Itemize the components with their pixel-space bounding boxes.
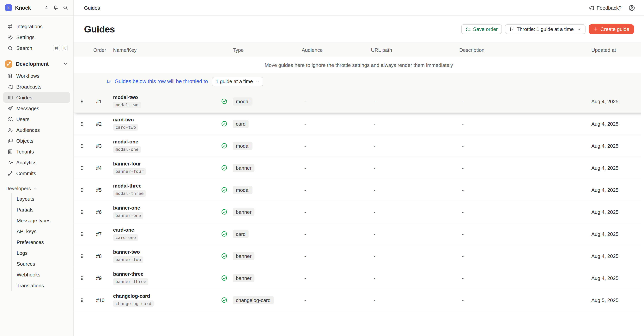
- sidebar-item-message-types[interactable]: Message types: [12, 215, 73, 226]
- drag-handle-icon[interactable]: [74, 143, 90, 149]
- throttle-amount-select[interactable]: 1 guide at a time: [212, 77, 263, 86]
- guide-row[interactable]: #5 modal-three modal-three modal - - - A…: [74, 179, 644, 201]
- guide-key-badge: banner-three: [113, 278, 148, 285]
- guide-audience: -: [302, 187, 371, 193]
- workspace-unfold-icon[interactable]: [44, 5, 49, 10]
- sidebar-item-label: Guides: [16, 95, 32, 100]
- guide-updated-at: Aug 4, 2025: [591, 275, 644, 281]
- status-check-icon: [220, 231, 233, 237]
- kbd-k: K: [62, 45, 68, 51]
- drag-handle-icon[interactable]: [74, 253, 90, 259]
- sidebar-item-integrations[interactable]: Integrations: [0, 21, 73, 32]
- sidebar-item-preferences[interactable]: Preferences: [12, 237, 73, 247]
- developers-section-toggle[interactable]: Developers: [0, 183, 73, 193]
- sidebar-item-objects[interactable]: Objects: [0, 135, 73, 146]
- drag-handle-icon[interactable]: [74, 297, 90, 303]
- drag-handle-icon[interactable]: [74, 209, 90, 215]
- drag-handle-icon[interactable]: [74, 98, 90, 104]
- sidebar-item-label: Webhooks: [17, 272, 40, 277]
- sidebar-item-workflows[interactable]: Workflows: [0, 70, 73, 81]
- sidebar-item-guides[interactable]: Guides: [0, 92, 73, 103]
- sidebar-item-settings[interactable]: Settings: [0, 32, 73, 42]
- workspace-switcher[interactable]: k Knock: [0, 0, 73, 16]
- guide-type-badge: modal: [233, 142, 253, 150]
- guide-audience: -: [302, 231, 371, 237]
- guide-row[interactable]: #4 banner-four banner-four banner - - - …: [74, 157, 644, 179]
- sidebar-item-label: Tenants: [16, 149, 34, 155]
- sidebar-item-api-keys[interactable]: API keys: [12, 226, 73, 237]
- sidebar-item-webhooks[interactable]: Webhooks: [12, 269, 73, 280]
- guide-row[interactable]: #3 modal-one modal-one modal - - - Aug 4…: [74, 135, 644, 157]
- guide-url-path: -: [371, 143, 459, 149]
- sidebar-item-messages[interactable]: Messages: [0, 103, 73, 114]
- guides-table: Order Name/Key Type Audience URL path De…: [74, 42, 644, 311]
- guides-rows: #1 modal-two modal-two modal - - - Aug 4…: [74, 90, 644, 311]
- guide-audience: -: [302, 275, 371, 281]
- sidebar-item-label: Message types: [17, 217, 50, 223]
- plus-icon: [593, 27, 598, 32]
- guide-type-badge: changelog-card: [233, 296, 274, 304]
- sidebar-item-sources[interactable]: Sources: [12, 258, 73, 269]
- save-order-button[interactable]: Save order: [461, 24, 502, 34]
- notifications-bell-icon[interactable]: [53, 5, 58, 10]
- chevron-down-icon: [256, 79, 260, 83]
- guide-order: #2: [90, 121, 113, 127]
- search-shortcut: ⌘ K: [53, 45, 68, 51]
- guide-name-key: banner-three banner-three: [113, 271, 220, 285]
- guide-row[interactable]: #1 modal-two modal-two modal - - - Aug 4…: [74, 90, 644, 113]
- guide-audience: -: [302, 143, 371, 149]
- sort-descending-icon: [509, 27, 514, 32]
- create-guide-button[interactable]: Create guide: [588, 24, 634, 34]
- sidebar-item-label: Sources: [17, 261, 35, 267]
- tenants-building-icon: [7, 149, 13, 155]
- drag-handle-icon[interactable]: [74, 275, 90, 281]
- status-check-icon: [220, 98, 233, 104]
- workflows-icon: [7, 73, 13, 79]
- sidebar-item-commits[interactable]: Commits: [0, 168, 73, 179]
- sidebar-item-layouts[interactable]: Layouts: [12, 193, 73, 204]
- guide-updated-at: Aug 5, 2025: [591, 297, 644, 303]
- sidebar-item-search[interactable]: Search ⌘ K: [0, 42, 73, 53]
- sidebar-item-label: Workflows: [16, 73, 39, 79]
- sidebar-item-audiences[interactable]: Audiences: [0, 125, 73, 135]
- scrollbar-gutter[interactable]: [641, 42, 644, 336]
- guide-type-cell: banner: [233, 274, 302, 282]
- environment-switcher[interactable]: Development: [0, 57, 73, 70]
- throttle-dropdown[interactable]: Throttle: 1 guide at a time: [505, 24, 585, 34]
- guide-name: card-one: [113, 227, 220, 233]
- sidebar-item-tenants[interactable]: Tenants: [0, 146, 73, 157]
- guide-type-badge: banner: [233, 252, 254, 260]
- guide-order: #9: [90, 275, 113, 281]
- guide-row[interactable]: #9 banner-three banner-three banner - - …: [74, 267, 644, 289]
- guide-row[interactable]: #7 card-one card-one card - - - Aug 4, 2…: [74, 223, 644, 245]
- user-avatar-icon[interactable]: [628, 4, 635, 11]
- sidebar-item-broadcasts[interactable]: Broadcasts: [0, 81, 73, 92]
- sidebar-item-logs[interactable]: Logs: [12, 247, 73, 258]
- throttle-divider-link[interactable]: Guides below this row will be throttled …: [106, 78, 208, 84]
- guide-name-key: modal-two modal-two: [113, 94, 220, 108]
- sidebar-item-analytics[interactable]: Analytics: [0, 157, 73, 168]
- feedback-button[interactable]: Feedback?: [589, 5, 622, 11]
- feedback-megaphone-icon: [589, 5, 594, 10]
- workspace-name: Knock: [15, 5, 31, 11]
- guide-row[interactable]: #10 changelog-card changelog-card change…: [74, 289, 644, 311]
- guide-name-key: banner-four banner-four: [113, 161, 220, 175]
- search-icon[interactable]: [63, 5, 68, 10]
- guide-url-path: -: [371, 209, 459, 215]
- guide-audience: -: [302, 165, 371, 171]
- drag-handle-icon[interactable]: [74, 231, 90, 237]
- sidebar-item-translations[interactable]: Translations: [12, 280, 73, 291]
- drag-handle-icon[interactable]: [74, 121, 90, 127]
- drag-handle-icon[interactable]: [74, 187, 90, 193]
- ignore-throttle-dropzone[interactable]: Move guides here to ignore the throttle …: [74, 57, 644, 73]
- audiences-icon: [7, 127, 13, 133]
- guide-row[interactable]: #2 card-two card-two card - - - Aug 4, 2…: [74, 113, 644, 135]
- drag-handle-icon[interactable]: [74, 165, 90, 171]
- guide-row[interactable]: #6 banner-one banner-one banner - - - Au…: [74, 201, 644, 223]
- column-header-url-path: URL path: [371, 47, 459, 53]
- sidebar-item-partials[interactable]: Partials: [12, 204, 73, 215]
- guide-row[interactable]: #8 banner-two banner-two banner - - - Au…: [74, 245, 644, 267]
- guide-audience: -: [302, 98, 371, 104]
- guide-type-cell: modal: [233, 97, 302, 105]
- sidebar-item-users[interactable]: Users: [0, 114, 73, 125]
